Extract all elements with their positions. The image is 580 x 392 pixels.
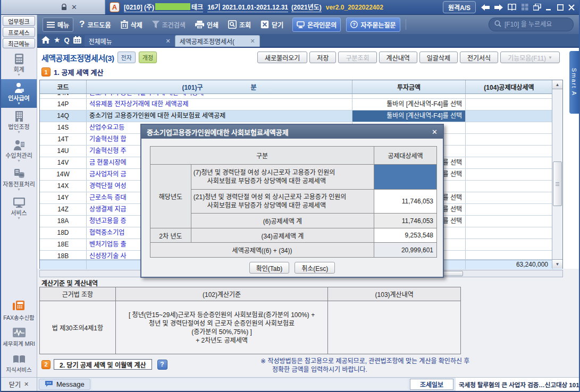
dialog-close-icon[interactable]: ✕ bbox=[432, 128, 438, 136]
statusbar-close-button[interactable]: 닫기 ✕ bbox=[1, 378, 37, 391]
global-search[interactable] bbox=[489, 18, 574, 31]
online-inquiry-button[interactable]: 온라인문의 bbox=[292, 18, 341, 32]
company-name-redacted bbox=[155, 3, 190, 10]
grid-view-icon[interactable] bbox=[522, 4, 528, 11]
fiscal-period[interactable]: 16기 2021.01.01-2021.12.31 (2021년도) bbox=[207, 2, 322, 12]
scroll-down-icon[interactable]: ▼ bbox=[552, 259, 562, 268]
waveform-icon bbox=[13, 328, 26, 338]
sidebar-item-label: 지식서비스 bbox=[6, 365, 31, 373]
col-header-detail: (103)계산내역 bbox=[328, 287, 461, 301]
close-window-icon[interactable] bbox=[568, 4, 575, 11]
row21-value-cell[interactable]: 11,746,053 bbox=[374, 190, 437, 214]
favorites-star-icon[interactable]: ★ bbox=[54, 36, 61, 44]
close-screen-button[interactable]: 닫기 bbox=[257, 18, 287, 31]
confirm-button[interactable]: 확인(Tab) bbox=[249, 262, 289, 274]
page-title: 세액공제조정명세서(3) bbox=[41, 52, 114, 63]
section-1-header: 1 1. 공제 세액 계산 bbox=[41, 67, 103, 77]
sidebar-item-label: 회계 bbox=[13, 65, 24, 73]
app-window: ✕ A [0210] (주) 테크 16기 2021.01.01-2021.12… bbox=[0, 0, 580, 392]
sidebar-item-auto-journal[interactable]: 자동전표처리 ▼ bbox=[1, 165, 37, 194]
tab-tax-credit-statement[interactable]: 세액공제조정명세서( ✕ bbox=[175, 35, 260, 47]
calendar-icon[interactable] bbox=[73, 36, 81, 44]
save-button[interactable]: 저장 bbox=[309, 52, 336, 63]
lock-icon[interactable] bbox=[61, 4, 67, 11]
sidebar-item-corporate-adjust[interactable]: 법인조정 ▼ bbox=[1, 108, 37, 137]
section-1-title: 1. 공제 세액 계산 bbox=[54, 67, 103, 77]
tab-all-menu[interactable]: 전체메뉴 ✕ bbox=[85, 35, 175, 47]
calc-detail-button[interactable]: 계산내역 bbox=[379, 52, 417, 63]
quick-search-icon[interactable]: Q bbox=[64, 36, 70, 44]
help-button[interactable]: ? bbox=[157, 360, 167, 370]
table-row[interactable]: 14P 석유제품 전자상거래에 대한 세액공제 툴바의 [계산내역-F4]를 선… bbox=[40, 99, 562, 110]
tab-close-icon[interactable]: ✕ bbox=[250, 38, 255, 45]
group-second-year: 2차 년도 bbox=[150, 228, 191, 243]
row21-label: (21)청년 및 경력단절 여성 외 상시근로자 고용증가 인원의 사회보험료 … bbox=[191, 190, 374, 214]
monitor-chat-icon bbox=[297, 21, 305, 28]
row34-value-cell[interactable]: 9,253,548 bbox=[374, 228, 437, 243]
reload-button[interactable]: 새로불러오기 bbox=[257, 52, 307, 63]
sidebar-item-tax-mri[interactable]: 세무회계 MRI bbox=[1, 324, 37, 351]
col-header-gubun[interactable]: (101)구 분 bbox=[87, 80, 352, 93]
sidebar-item-hr-payroll[interactable]: 인사급여 ▼ bbox=[1, 79, 37, 108]
smart-a-side-tab[interactable]: Smart A bbox=[569, 51, 579, 114]
menu-button[interactable]: 메뉴 bbox=[43, 18, 73, 32]
dialog-titlebar[interactable]: 중소기업고용증가인원에대한 사회보험료세액공제 ✕ bbox=[141, 125, 443, 139]
cancel-button[interactable]: 취소(Esc) bbox=[295, 262, 335, 274]
condition-search-button[interactable]: 조건검색 bbox=[148, 18, 189, 31]
sidebar-button-recent-menu[interactable]: 최근메뉴 bbox=[3, 38, 35, 48]
calc-detail-cell[interactable] bbox=[328, 301, 461, 354]
company-info[interactable]: [0210] (주) 테크 bbox=[124, 2, 203, 12]
news-source-badge[interactable]: 조세일보 bbox=[410, 379, 453, 390]
sidebar-button-worklink[interactable]: 업무링크 bbox=[3, 16, 35, 26]
remote-as-button[interactable]: 원격A/S bbox=[443, 1, 476, 13]
faq-button[interactable]: ? 자주묻는질문 bbox=[346, 18, 400, 32]
print-button[interactable]: 인쇄 bbox=[191, 18, 222, 31]
code-help-button[interactable]: ? 코드도움 bbox=[75, 17, 115, 32]
sidebar-item-accounting[interactable]: 회계 ▼ bbox=[1, 50, 37, 79]
prior-form-button[interactable]: 전기서식 bbox=[460, 52, 498, 63]
minimize-icon[interactable] bbox=[546, 4, 552, 11]
news-ticker[interactable]: 국세청 탈루혐의 큰 사업자 검증…신고대상 101만명서 bbox=[456, 378, 579, 391]
sidebar-item-label: 인사급여 bbox=[8, 93, 29, 102]
sidebar-button-process[interactable]: 프로세스 bbox=[3, 27, 35, 37]
feature-pack-button[interactable]: 기능모음(F11)▼ bbox=[500, 52, 560, 63]
nav-back-icon[interactable] bbox=[481, 4, 490, 11]
cascade-windows-icon[interactable] bbox=[533, 4, 541, 11]
col-header-deduction[interactable]: (104)공제대상세액 bbox=[466, 80, 553, 93]
nav-forward-icon[interactable] bbox=[494, 4, 503, 11]
person-icon bbox=[13, 82, 25, 93]
books-icon bbox=[13, 355, 26, 364]
vertical-scrollbar[interactable]: ▲ ▼ bbox=[552, 80, 562, 268]
toolbar: 메뉴 ? 코드도움 삭제 조건검색 인쇄 bbox=[37, 15, 579, 34]
sidebar-item-knowledge[interactable]: 지식서비스 bbox=[1, 351, 37, 377]
table-row[interactable]: 14N 근로자복지 증진 시설 투자에 대한 세액공제 bbox=[40, 94, 562, 99]
col-header-code[interactable]: 코드 bbox=[40, 80, 87, 93]
badge-revised: 개정 bbox=[139, 52, 157, 63]
bulk-delete-button[interactable]: 일괄삭제 bbox=[419, 52, 458, 63]
message-button[interactable]: Message bbox=[39, 379, 90, 390]
dialog-col-gubun: 구분 bbox=[150, 147, 374, 165]
delete-button[interactable]: 삭제 bbox=[117, 18, 146, 31]
titlebar: ✕ A [0210] (주) 테크 16기 2021.01.01-2021.12… bbox=[1, 0, 579, 15]
calc-basis-cell: [ 청년(만15~29세)근로자 등순증인원의 사회보험료(증가분의 100%)… bbox=[115, 301, 328, 354]
sidebar-item-revenue-mgmt[interactable]: 수입처관리 ▼ bbox=[1, 137, 37, 165]
hamburger-icon bbox=[47, 21, 55, 28]
panel-close-icon[interactable]: ✕ bbox=[71, 4, 77, 11]
book-icon[interactable] bbox=[508, 4, 517, 11]
maximize-icon[interactable] bbox=[557, 4, 564, 11]
home-icon[interactable] bbox=[41, 36, 50, 44]
search-input[interactable] bbox=[505, 21, 568, 28]
question-icon: ? bbox=[79, 19, 85, 30]
col-header-invest[interactable]: 투자금액 bbox=[352, 80, 466, 93]
table-row-selected[interactable]: 14Q 중소기업 고용증가인원에 대한 사회보험료 세액공제 툴바의 [계산내역… bbox=[40, 110, 562, 122]
sidebar-item-fax[interactable]: FAX송수신함 bbox=[1, 297, 37, 324]
total-label: 세액공제액((6) + (34)) bbox=[150, 243, 374, 258]
sidebar-item-service[interactable]: 서비스 ▼ bbox=[1, 194, 37, 223]
row7-value-cell[interactable] bbox=[374, 165, 437, 190]
scrollbar-thumb[interactable] bbox=[553, 161, 562, 206]
scroll-up-icon[interactable]: ▲ bbox=[552, 80, 562, 89]
inquiry-button[interactable]: 조회 bbox=[224, 18, 255, 31]
group-inquiry-button[interactable]: 구분조회 bbox=[338, 52, 376, 63]
tab-close-icon[interactable]: ✕ bbox=[165, 38, 170, 45]
svg-text:?: ? bbox=[353, 22, 356, 27]
